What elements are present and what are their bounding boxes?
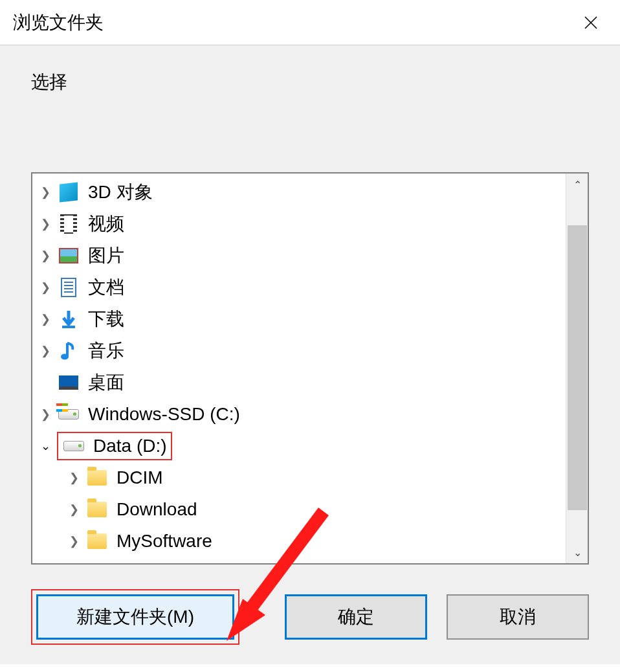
scroll-up-icon[interactable]: ⌃ bbox=[566, 174, 588, 196]
tree-item-pictures[interactable]: ❯ 图片 bbox=[32, 240, 566, 271]
instruction-label: 选择 bbox=[31, 45, 589, 95]
tree-item-label: Windows-SSD (C:) bbox=[88, 404, 240, 425]
ok-button[interactable]: 确定 bbox=[285, 594, 427, 640]
folder-tree[interactable]: ❯ 3D 对象 ❯ 视频 ❯ 图片 ❯ 文档 ❯ bbox=[32, 174, 566, 563]
tree-item-downloads[interactable]: ❯ 下载 bbox=[32, 303, 566, 335]
tree-item-label: MySoftware bbox=[116, 531, 212, 552]
scroll-thumb[interactable] bbox=[568, 225, 587, 510]
tree-item-documents[interactable]: ❯ 文档 bbox=[32, 271, 566, 303]
chevron-right-icon[interactable]: ❯ bbox=[36, 342, 54, 360]
folder-icon bbox=[85, 530, 109, 553]
downloads-icon bbox=[57, 308, 80, 331]
tree-item-videos[interactable]: ❯ 视频 bbox=[32, 208, 566, 240]
tree-item-mysoftware[interactable]: ❯ MySoftware bbox=[32, 525, 566, 557]
selection-highlight: Data (D:) bbox=[57, 432, 172, 460]
chevron-right-icon[interactable]: ❯ bbox=[65, 469, 83, 487]
expander-none bbox=[36, 374, 54, 392]
tree-item-label: 文档 bbox=[88, 275, 124, 300]
vertical-scrollbar[interactable]: ⌃ ⌄ bbox=[566, 174, 588, 563]
pictures-icon bbox=[57, 244, 80, 267]
tree-item-label: 视频 bbox=[88, 212, 124, 236]
chevron-right-icon[interactable]: ❯ bbox=[36, 405, 54, 423]
chevron-down-icon[interactable]: ⌄ bbox=[36, 437, 54, 455]
chevron-right-icon[interactable]: ❯ bbox=[36, 215, 54, 233]
tree-item-label: 音乐 bbox=[88, 339, 124, 363]
drive-d-icon bbox=[62, 434, 85, 458]
close-button[interactable] bbox=[575, 6, 607, 39]
tree-item-dcim[interactable]: ❯ DCIM bbox=[32, 462, 566, 493]
cancel-button[interactable]: 取消 bbox=[447, 594, 589, 640]
svg-point-1 bbox=[61, 353, 69, 359]
chevron-right-icon[interactable]: ❯ bbox=[36, 247, 54, 265]
close-icon bbox=[583, 15, 599, 30]
music-icon bbox=[57, 339, 80, 363]
new-folder-button[interactable]: 新建文件夹(M) bbox=[36, 594, 234, 640]
tree-item-desktop[interactable]: 桌面 bbox=[32, 366, 566, 398]
scroll-down-icon[interactable]: ⌄ bbox=[566, 541, 588, 563]
button-label: 新建文件夹(M) bbox=[76, 605, 194, 629]
tree-item-label: 下载 bbox=[88, 307, 124, 331]
dialog-title: 浏览文件夹 bbox=[13, 10, 104, 35]
chevron-right-icon[interactable]: ❯ bbox=[36, 183, 54, 201]
title-bar: 浏览文件夹 bbox=[0, 0, 620, 45]
desktop-icon bbox=[57, 371, 80, 394]
chevron-right-icon[interactable]: ❯ bbox=[65, 532, 83, 550]
chevron-right-icon[interactable]: ❯ bbox=[36, 310, 54, 328]
tree-item-download[interactable]: ❯ Download bbox=[32, 493, 566, 525]
tree-item-label: DCIM bbox=[116, 467, 163, 488]
chevron-right-icon[interactable]: ❯ bbox=[65, 500, 83, 519]
documents-icon bbox=[57, 276, 80, 299]
dialog-body: 选择 ❯ 3D 对象 ❯ 视频 ❯ 图片 ❯ 文档 bbox=[0, 45, 620, 664]
folder-tree-container: ❯ 3D 对象 ❯ 视频 ❯ 图片 ❯ 文档 ❯ bbox=[31, 172, 589, 565]
annotation-highlight: 新建文件夹(M) bbox=[31, 589, 239, 645]
tree-item-drive-d[interactable]: ⌄ Data (D:) bbox=[32, 430, 566, 462]
chevron-right-icon[interactable]: ❯ bbox=[36, 278, 54, 297]
drive-c-icon bbox=[57, 403, 80, 426]
button-label: 确定 bbox=[338, 605, 374, 629]
tree-item-label: Data (D:) bbox=[93, 436, 167, 456]
3d-objects-icon bbox=[57, 181, 80, 204]
tree-item-3d-objects[interactable]: ❯ 3D 对象 bbox=[32, 176, 566, 208]
tree-item-music[interactable]: ❯ 音乐 bbox=[32, 335, 566, 366]
tree-item-label: 桌面 bbox=[88, 370, 124, 395]
tree-item-label: 3D 对象 bbox=[88, 180, 153, 205]
folder-icon bbox=[85, 466, 109, 489]
videos-icon bbox=[57, 212, 80, 236]
button-label: 取消 bbox=[500, 605, 536, 629]
tree-item-label: Download bbox=[116, 499, 197, 520]
button-row: 新建文件夹(M) 确定 取消 bbox=[31, 589, 589, 645]
tree-item-label: 图片 bbox=[88, 243, 124, 268]
svg-rect-0 bbox=[62, 326, 75, 328]
tree-item-drive-c[interactable]: ❯ Windows-SSD (C:) bbox=[32, 398, 566, 430]
folder-icon bbox=[85, 498, 109, 521]
